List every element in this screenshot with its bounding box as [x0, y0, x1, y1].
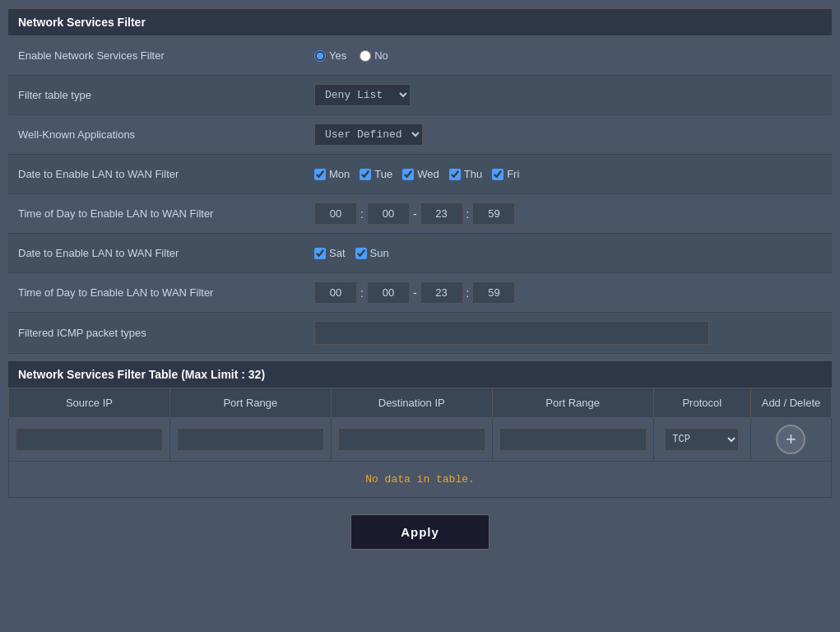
enable-yes-label[interactable]: Yes	[314, 49, 346, 62]
weekend-checkbox-group: Sat Sun	[314, 247, 389, 259]
no-data-text: No data in table.	[365, 473, 475, 486]
wed-label[interactable]: Wed	[402, 168, 439, 180]
weekend-colon1: :	[360, 286, 364, 300]
mon-checkbox[interactable]	[314, 169, 326, 180]
col-dest-ip: Destination IP	[331, 388, 492, 418]
icmp-input[interactable]	[314, 321, 709, 345]
weekday-end-minute[interactable]	[472, 202, 515, 225]
icmp-label: Filtered ICMP packet types	[18, 327, 314, 339]
time-weekend-row: Time of Day to Enable LAN to WAN Filter …	[8, 273, 832, 313]
filter-table-type-control: Deny List Allow List	[314, 84, 822, 106]
weekday-dash: -	[413, 207, 417, 221]
mon-label[interactable]: Mon	[314, 168, 350, 180]
icmp-control	[314, 321, 822, 345]
filter-table-type-row: Filter table type Deny List Allow List	[8, 76, 832, 115]
no-data-row: No data in table.	[9, 462, 832, 498]
time-weekend-group: : - :	[314, 281, 515, 304]
filter-table-type-select[interactable]: Deny List Allow List	[314, 84, 411, 106]
col-port-range-src: Port Range	[169, 388, 331, 418]
protocol-select[interactable]: TCP UDP Both	[665, 428, 739, 451]
tue-text: Tue	[374, 168, 392, 180]
table-section: Network Services Filter Table (Max Limit…	[8, 360, 832, 498]
no-data-cell: No data in table.	[9, 462, 832, 498]
well-known-row: Well-Known Applications User Defined HTT…	[8, 115, 832, 155]
enable-filter-control: Yes No	[314, 49, 822, 62]
fri-text: Fri	[507, 168, 519, 180]
tue-label[interactable]: Tue	[360, 168, 392, 180]
weekday-start-hour[interactable]	[314, 202, 357, 225]
thu-checkbox[interactable]	[449, 169, 461, 180]
port-range-src-input[interactable]	[177, 428, 324, 451]
fri-checkbox[interactable]	[492, 169, 504, 180]
time-weekend-control: : - :	[314, 281, 822, 304]
filter-table-type-label: Filter table type	[18, 89, 314, 101]
protocol-cell: TCP UDP Both	[653, 418, 750, 462]
table-input-row: TCP UDP Both +	[9, 418, 832, 462]
weekend-end-minute[interactable]	[472, 281, 515, 304]
well-known-select[interactable]: User Defined HTTP FTP SMTP POP3	[314, 123, 423, 146]
main-container: Network Services Filter Enable Network S…	[0, 0, 840, 574]
weekend-colon2: :	[466, 286, 470, 300]
enable-radio-group: Yes No	[314, 49, 388, 62]
fri-label[interactable]: Fri	[492, 168, 519, 180]
wed-text: Wed	[417, 168, 439, 180]
well-known-control: User Defined HTTP FTP SMTP POP3	[314, 123, 822, 146]
weekday-colon2: :	[466, 207, 470, 221]
weekday-start-minute[interactable]	[367, 202, 410, 225]
well-known-label: Well-Known Applications	[18, 128, 314, 141]
sun-text: Sun	[370, 247, 389, 259]
add-row-button[interactable]: +	[776, 425, 805, 454]
mon-text: Mon	[329, 168, 350, 180]
enable-yes-radio[interactable]	[314, 50, 326, 62]
port-range-dst-cell	[492, 418, 653, 462]
date-weekend-control: Sat Sun	[314, 247, 822, 259]
thu-label[interactable]: Thu	[449, 168, 482, 180]
weekday-checkbox-group: Mon Tue Wed Thu	[314, 168, 519, 180]
table-header: Network Services Filter Table (Max Limit…	[8, 360, 832, 388]
tue-checkbox[interactable]	[360, 169, 371, 180]
col-add-delete: Add / Delete	[750, 388, 831, 418]
table-header-text: Network Services Filter Table (Max Limit…	[18, 368, 265, 381]
weekend-start-hour[interactable]	[314, 281, 357, 304]
date-weekday-control: Mon Tue Wed Thu	[314, 168, 822, 180]
sun-label[interactable]: Sun	[355, 247, 389, 259]
table-header-row: Source IP Port Range Destination IP Port…	[9, 388, 832, 418]
apply-button[interactable]: Apply	[350, 514, 490, 550]
col-protocol: Protocol	[653, 388, 750, 418]
weekend-start-minute[interactable]	[367, 281, 410, 304]
enable-filter-row: Enable Network Services Filter Yes No	[8, 36, 832, 76]
wed-checkbox[interactable]	[402, 169, 414, 180]
date-weekday-row: Date to Enable LAN to WAN Filter Mon Tue…	[8, 155, 832, 194]
source-ip-cell	[9, 418, 170, 462]
add-delete-cell: +	[750, 418, 831, 462]
port-range-src-cell	[169, 418, 331, 462]
sun-checkbox[interactable]	[355, 248, 367, 259]
sat-text: Sat	[329, 247, 346, 259]
source-ip-input[interactable]	[16, 428, 163, 451]
form-section: Enable Network Services Filter Yes No Fi…	[8, 36, 832, 354]
time-weekday-label: Time of Day to Enable LAN to WAN Filter	[18, 207, 314, 220]
port-range-dst-input[interactable]	[499, 428, 647, 451]
date-weekend-label: Date to Enable LAN to WAN Filter	[18, 247, 314, 259]
date-weekend-row: Date to Enable LAN to WAN Filter Sat Sun	[8, 234, 832, 273]
weekend-dash: -	[413, 286, 417, 300]
dest-ip-cell	[331, 418, 492, 462]
time-weekday-group: : - :	[314, 202, 515, 225]
dest-ip-input[interactable]	[338, 428, 485, 451]
time-weekday-row: Time of Day to Enable LAN to WAN Filter …	[8, 194, 832, 234]
filter-table: Source IP Port Range Destination IP Port…	[8, 388, 832, 498]
weekday-colon1: :	[360, 207, 364, 221]
enable-no-radio[interactable]	[360, 50, 371, 62]
weekend-end-hour[interactable]	[420, 281, 463, 304]
apply-section: Apply	[8, 498, 832, 566]
col-port-range-dst: Port Range	[492, 388, 653, 418]
enable-no-label[interactable]: No	[360, 49, 388, 62]
sat-checkbox[interactable]	[314, 248, 326, 259]
enable-no-text: No	[374, 49, 388, 62]
col-source-ip: Source IP	[9, 388, 170, 418]
section-title: Network Services Filter	[18, 16, 146, 29]
section-header: Network Services Filter	[8, 8, 832, 36]
sat-label[interactable]: Sat	[314, 247, 346, 259]
weekday-end-hour[interactable]	[420, 202, 463, 225]
date-weekday-label: Date to Enable LAN to WAN Filter	[18, 168, 314, 180]
